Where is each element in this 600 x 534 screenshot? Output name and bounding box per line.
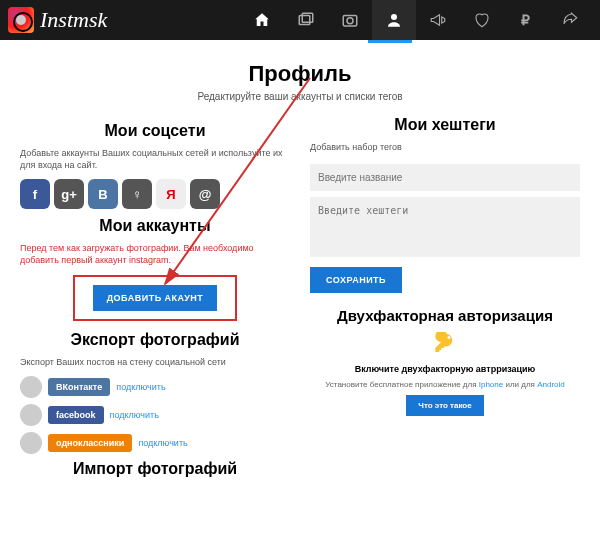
tag-set-name-input[interactable] <box>310 164 580 191</box>
my-hashtags-title: Мои хештеги <box>310 116 580 134</box>
vk-badge: ВКонтакте <box>48 378 110 396</box>
home-icon <box>253 11 271 29</box>
export-row-vk: ВКонтакте подключить <box>20 376 290 398</box>
svg-rect-1 <box>302 13 313 22</box>
share-icon <box>561 11 579 29</box>
megaphone-icon <box>429 11 447 29</box>
ruble-icon: ₽ <box>517 11 535 29</box>
profile-icon <box>385 11 403 29</box>
app-logo-icon <box>8 7 34 33</box>
avatar <box>20 432 42 454</box>
heart-icon <box>473 11 491 29</box>
tag-set-tags-input[interactable] <box>310 197 580 257</box>
nav-megaphone[interactable] <box>416 0 460 40</box>
iphone-link[interactable]: Iphone <box>479 380 503 389</box>
svg-text:₽: ₽ <box>521 13 530 28</box>
svg-point-4 <box>391 14 397 20</box>
two-factor-install-text: Установите бесплатное приложение для Iph… <box>310 380 580 389</box>
import-photos-title: Импорт фотографий <box>20 460 290 478</box>
avatar <box>20 404 42 426</box>
photos-icon <box>297 11 315 29</box>
fb-badge: facebook <box>48 406 104 424</box>
what-is-this-button[interactable]: Что это такое <box>406 395 483 416</box>
export-row-fb: facebook подключить <box>20 404 290 426</box>
nav-share[interactable] <box>548 0 592 40</box>
add-account-warning: Перед тем как загружать фотографии. Вам … <box>20 243 290 266</box>
export-photos-title: Экспорт фотографий <box>20 331 290 349</box>
avatar <box>20 376 42 398</box>
add-account-button[interactable]: ДОБАВИТЬ АКАУНТ <box>93 285 218 311</box>
nav-photos[interactable] <box>284 0 328 40</box>
add-account-highlight: ДОБАВИТЬ АКАУНТ <box>73 275 238 321</box>
page-title: Профиль <box>20 61 580 87</box>
connect-fb-link[interactable]: подключить <box>110 410 159 420</box>
save-button[interactable]: СОХРАНИТЬ <box>310 267 402 293</box>
my-socials-title: Мои соцсети <box>20 122 290 140</box>
social-facebook-button[interactable]: f <box>20 179 50 209</box>
nav-favorites[interactable] <box>460 0 504 40</box>
export-row-ok: одноклассники подключить <box>20 432 290 454</box>
my-accounts-title: Мои аккаунты <box>20 217 290 235</box>
connect-ok-link[interactable]: подключить <box>138 438 187 448</box>
export-photos-desc: Экспорт Ваших постов на стену социальной… <box>20 357 290 369</box>
nav-payments[interactable]: ₽ <box>504 0 548 40</box>
social-mailru-button[interactable]: @ <box>190 179 220 209</box>
social-vk-button[interactable]: B <box>88 179 118 209</box>
svg-point-3 <box>347 18 353 24</box>
social-yandex-button[interactable]: Я <box>156 179 186 209</box>
camera-icon <box>341 11 359 29</box>
social-odnoklassniki-button[interactable]: ♀ <box>122 179 152 209</box>
nav-camera[interactable] <box>328 0 372 40</box>
my-socials-desc: Добавьте аккаунты Ваших социальных сетей… <box>20 148 290 171</box>
two-factor-title: Двухфакторная авторизация <box>310 307 580 324</box>
nav-profile[interactable] <box>372 0 416 40</box>
ok-badge: одноклассники <box>48 434 132 452</box>
add-tag-set-label: Добавить набор тегов <box>310 142 580 154</box>
connect-vk-link[interactable]: подключить <box>116 382 165 392</box>
nav-home[interactable] <box>240 0 284 40</box>
page-subtitle: Редактируйте ваши аккаунты и списки тего… <box>20 91 580 102</box>
two-factor-enable-text: Включите двухфакторную автрризацию <box>310 364 580 374</box>
brand-name: Instmsk <box>40 7 107 33</box>
social-googleplus-button[interactable]: g+ <box>54 179 84 209</box>
android-link[interactable]: Android <box>537 380 565 389</box>
svg-rect-0 <box>299 16 310 25</box>
key-icon <box>310 332 580 358</box>
